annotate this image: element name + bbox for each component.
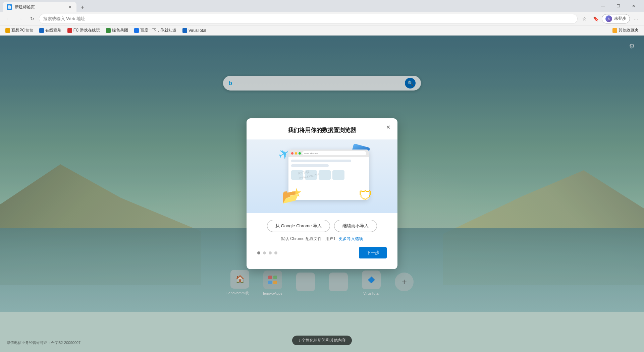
browser-tab[interactable]: 📄 新建标签页 ✕ bbox=[3, 2, 76, 12]
tab-title: 新建标签页 bbox=[15, 4, 64, 10]
favorites-icon[interactable]: ☆ bbox=[579, 13, 590, 24]
bookmark-fc-label: FC 游戏在线玩 bbox=[73, 27, 100, 33]
bookmark-baidu-icon bbox=[134, 28, 139, 33]
browser-frame: 📄 新建标签页 ✕ + — ☐ ✕ ← → ↻ ☆ 🔖 人 未登步 · bbox=[0, 0, 644, 352]
new-tab-button[interactable]: + bbox=[78, 3, 87, 12]
bookmark-vt-label: VirusTotal bbox=[189, 28, 206, 33]
folder-icon bbox=[612, 28, 617, 33]
other-bookmarks[interactable]: 其他收藏夹 bbox=[610, 26, 641, 34]
bookmark-green[interactable]: 绿色兵团 bbox=[103, 26, 131, 34]
refresh-button[interactable]: ↻ bbox=[27, 13, 38, 24]
url-text: www.kkxc.net bbox=[304, 152, 318, 155]
bookmark-zx-icon bbox=[39, 28, 44, 33]
bookmark-green-label: 绿色兵团 bbox=[112, 27, 128, 33]
grid-item-4 bbox=[332, 170, 344, 180]
dot-red bbox=[291, 152, 293, 155]
skip-import-button[interactable]: 继续而不导入 bbox=[334, 220, 377, 232]
illus-container: ✈ www.kkxc.net bbox=[268, 143, 376, 210]
dot-1 bbox=[257, 251, 260, 254]
bookmark-zx[interactable]: 在线查杀 bbox=[37, 26, 64, 34]
bookmarks-bar: 联想PC台台 在线查杀 FC 游戏在线玩 绿色兵团 百度一下，你就知道 Viru… bbox=[0, 25, 644, 36]
bookmark-lenovo[interactable]: 联想PC台台 bbox=[3, 26, 36, 34]
import-from-chrome-button[interactable]: 从 Google Chrome 导入 bbox=[267, 220, 330, 232]
content-row-2 bbox=[291, 164, 329, 167]
bookmark-fc[interactable]: FC 游戏在线玩 bbox=[65, 26, 103, 34]
nav-bar: ← → ↻ ☆ 🔖 人 未登步 ··· bbox=[0, 12, 644, 25]
more-import-options-link[interactable]: 更多导入选项 bbox=[339, 236, 363, 241]
dot-yellow bbox=[295, 152, 297, 155]
dialog-illustration: ✈ www.kkxc.net bbox=[247, 139, 397, 213]
url-bar-mockup: www.kkxc.net bbox=[302, 151, 366, 155]
dialog-title: 我们将用你的数据置浏览器 bbox=[247, 118, 397, 139]
content-grid bbox=[291, 170, 366, 180]
address-input[interactable] bbox=[43, 16, 573, 21]
minimize-button[interactable]: — bbox=[595, 1, 610, 11]
dialog-close-button[interactable]: ✕ bbox=[383, 122, 393, 132]
step-dots bbox=[257, 251, 277, 254]
bookmark-lenovo-label: 联想PC台台 bbox=[11, 27, 33, 33]
tab-close-button[interactable]: ✕ bbox=[67, 4, 72, 10]
profile-avatar: 人 bbox=[605, 15, 612, 22]
bookmark-baidu[interactable]: 百度一下，你就知道 bbox=[131, 26, 179, 34]
dialog-dots-row: 下一步 bbox=[247, 242, 397, 258]
window-controls: — ☐ ✕ bbox=[595, 1, 641, 11]
title-bar: 📄 新建标签页 ✕ + — ☐ ✕ bbox=[0, 0, 644, 12]
browser-content-mockup bbox=[288, 157, 369, 182]
bookmark-vt[interactable]: VirusTotal bbox=[180, 27, 209, 34]
grid-item-1 bbox=[291, 170, 303, 180]
bookmark-baidu-label: 百度一下，你就知道 bbox=[140, 27, 176, 33]
grid-item-3 bbox=[319, 170, 331, 180]
dialog-buttons: 从 Google Chrome 导入 继续而不导入 bbox=[247, 213, 397, 232]
dot-green bbox=[299, 152, 301, 155]
content-row-1 bbox=[291, 160, 351, 162]
dot-3 bbox=[269, 251, 272, 254]
tab-favicon: 📄 bbox=[7, 4, 12, 10]
folder-icon-illus: 📂 bbox=[282, 188, 299, 205]
bookmark-zx-label: 在线查杀 bbox=[45, 27, 61, 33]
settings-menu-button[interactable]: ··· bbox=[631, 13, 641, 24]
dot-4 bbox=[274, 251, 277, 254]
grid-item-2 bbox=[305, 170, 317, 180]
next-button[interactable]: 下一步 bbox=[359, 247, 387, 258]
dialog-overlay: ✕ 我们将用你的数据置浏览器 ✈ bbox=[0, 36, 644, 352]
bookmark-vt-icon bbox=[182, 28, 187, 33]
dot-2 bbox=[263, 251, 266, 254]
footer-text: 默认 Chrome 配置文件 - 用户1 bbox=[281, 236, 336, 241]
bookmark-lenovo-icon bbox=[5, 28, 10, 33]
bookmark-green-icon bbox=[106, 28, 111, 33]
forward-button[interactable]: → bbox=[15, 13, 25, 24]
content-area: ⚙ b 🔍 🏠 Lenovomm 统一... bbox=[0, 36, 644, 352]
other-bookmarks-label: 其他收藏夹 bbox=[619, 27, 639, 33]
browser-bar-mockup: www.kkxc.net bbox=[288, 150, 369, 157]
back-button[interactable]: ← bbox=[3, 13, 13, 24]
maximize-button[interactable]: ☐ bbox=[610, 1, 626, 11]
address-bar[interactable] bbox=[39, 14, 578, 24]
profile-button[interactable]: 人 未登步 bbox=[602, 14, 630, 23]
import-dialog: ✕ 我们将用你的数据置浏览器 ✈ bbox=[247, 118, 397, 269]
profile-label: 未登步 bbox=[614, 16, 626, 21]
shield-icon: 🛡 bbox=[359, 188, 372, 203]
close-button[interactable]: ✕ bbox=[626, 1, 641, 11]
tab-strip: 📄 新建标签页 ✕ + bbox=[3, 0, 595, 12]
dialog-footer: 默认 Chrome 配置文件 - 用户1 更多导入选项 bbox=[247, 232, 397, 242]
nav-right-controls: ☆ 🔖 人 未登步 ··· bbox=[579, 13, 641, 24]
collections-icon[interactable]: 🔖 bbox=[590, 13, 601, 24]
bookmark-fc-icon bbox=[67, 28, 72, 33]
